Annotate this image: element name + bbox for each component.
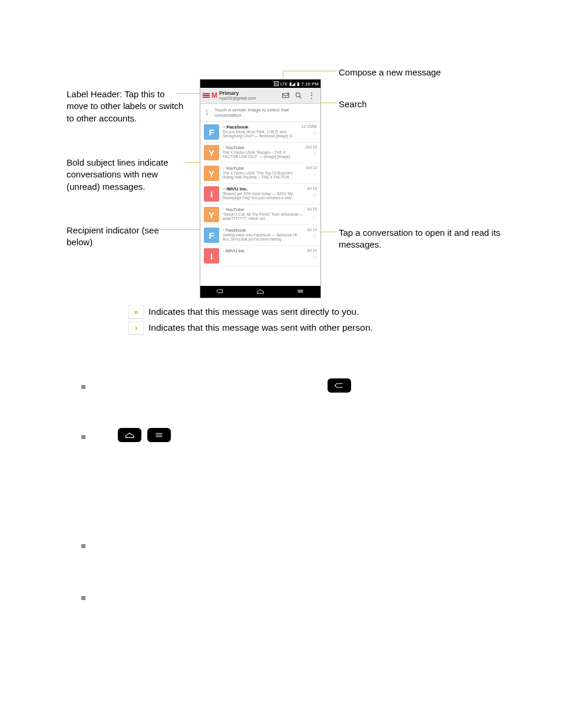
message-snippet: "Simon's Cat: All The Films!" from simon…	[223, 212, 303, 221]
message-snippet: [Bonus] get 20% more today — IMVU My Hom…	[223, 192, 303, 200]
legend-other-text: Indicates that this message was sent wit…	[148, 322, 373, 333]
swipe-down-icon: ⤵	[205, 108, 209, 117]
star-icon[interactable]: ☆	[312, 192, 317, 198]
star-icon[interactable]: ☆	[312, 130, 317, 136]
sender-avatar[interactable]: I	[204, 248, 219, 263]
annotation-recipient: Recipient indicator (see below)	[67, 225, 184, 249]
chevron-single-icon: ›	[223, 207, 224, 212]
sender-avatar[interactable]: F	[204, 228, 219, 243]
home-key-icon	[118, 428, 141, 442]
sender-avatar[interactable]: Y	[204, 145, 219, 160]
message-date: Oct 10	[306, 145, 317, 149]
recent-icon[interactable]	[295, 288, 306, 295]
system-nav-bar	[200, 286, 320, 298]
chevron-double-icon: »	[223, 124, 225, 130]
legend-other: › Indicates that this message was sent w…	[128, 321, 373, 334]
bullet-icon	[81, 596, 85, 600]
sender-avatar[interactable]: F	[204, 124, 219, 140]
star-icon[interactable]: ☆	[312, 254, 317, 260]
star-icon[interactable]: ☆	[312, 172, 317, 177]
annotation-label-header: Label Header: Tap this to move to other …	[67, 88, 184, 124]
sender-name: »Facebook	[223, 124, 298, 130]
message-snippet: Getting back onto Facebook — facebook Hi…	[223, 233, 303, 242]
sender-name: ›YouTube	[223, 166, 302, 171]
star-icon[interactable]: ☆	[312, 151, 317, 157]
list-item	[81, 386, 94, 390]
conversation-row[interactable]: Y›YouTube"Simon's Cat: All The Films!" f…	[200, 205, 320, 225]
legend-direct: » Indicates that this message was sent d…	[128, 305, 359, 318]
list-item	[81, 436, 94, 440]
chevron-single-icon: ›	[223, 145, 224, 150]
gmail-logo-icon: M	[211, 91, 217, 100]
message-date: Jul 15	[307, 207, 317, 211]
chevron-single-icon: ›	[128, 321, 144, 334]
message-date: 12:15AM	[302, 124, 317, 129]
sender-name: ›IMVU inc.	[223, 248, 303, 253]
back-icon[interactable]	[215, 288, 226, 295]
list-item	[81, 597, 94, 601]
search-icon[interactable]	[295, 91, 303, 100]
conversation-row[interactable]: F»FacebookDo you know JiEun Park, 신희진 an…	[200, 122, 320, 143]
selection-hint: ⤵ Touch a sender image to select that co…	[200, 104, 320, 122]
conversation-row[interactable]: I›IMVU inc.Jul 14☆	[200, 246, 320, 266]
bullet-icon	[81, 435, 85, 439]
account-email: nya292@gmail.com	[219, 96, 256, 100]
annotation-compose: Compose a new message	[339, 67, 441, 78]
phone-screenshot: N LTE ▮◢ ▮ 7:10 PM M Primary nya292@gmai…	[200, 80, 320, 298]
message-date: Jul 14	[307, 228, 317, 232]
signal-icon: ▮◢	[289, 81, 295, 87]
sender-avatar[interactable]: Y	[204, 166, 219, 181]
conversation-row[interactable]: I»IMVU inc.[Bonus] get 20% more today — …	[200, 184, 320, 205]
network-lte: LTE	[280, 82, 287, 86]
home-icon[interactable]	[255, 288, 266, 295]
sender-name: »IMVU inc.	[223, 186, 303, 192]
message-date: Jul 14	[307, 248, 317, 252]
message-snippet: The X Factor USA! "The Top 10 Boys Are R…	[223, 171, 302, 180]
conversation-row[interactable]: F›FacebookGetting back onto Facebook — f…	[200, 225, 320, 246]
menu-icon[interactable]	[203, 93, 210, 98]
battery-icon: ▮	[297, 81, 299, 87]
chevron-double-icon: »	[128, 305, 144, 318]
clock: 7:10 PM	[301, 81, 319, 87]
hint-text: Touch a sender image to select that conv…	[214, 107, 316, 118]
message-list: F»FacebookDo you know JiEun Park, 신희진 an…	[200, 122, 320, 266]
label-name: Primary	[219, 91, 256, 96]
sender-name: ›Facebook	[223, 228, 303, 233]
label-header[interactable]: Primary nya292@gmail.com	[219, 91, 256, 100]
chevron-single-icon: ›	[223, 166, 224, 171]
star-icon[interactable]: ☆	[312, 213, 317, 219]
bullet-icon	[81, 544, 85, 548]
message-snippet: The X Factor USA! "Recaps – THE X FACTOR…	[223, 150, 302, 159]
sender-name: ›YouTube	[223, 145, 302, 150]
nav-keys-graphic	[117, 428, 172, 442]
message-date: Oct 10	[306, 166, 317, 170]
nfc-icon: N	[274, 81, 279, 86]
conversation-row[interactable]: Y›YouTubeThe X Factor USA! "Recaps – THE…	[200, 143, 320, 163]
annotation-tap-conversation: Tap a conversation to open it and read i…	[339, 227, 504, 251]
star-icon[interactable]: ☆	[312, 233, 317, 239]
chevron-double-icon: »	[223, 186, 225, 192]
conversation-row[interactable]: Y›YouTubeThe X Factor USA! "The Top 10 B…	[200, 163, 320, 184]
back-key-icon	[328, 378, 351, 393]
compose-icon[interactable]	[282, 91, 290, 100]
annotation-search: Search	[339, 98, 367, 110]
sender-name: ›YouTube	[223, 207, 303, 212]
list-item	[81, 545, 94, 549]
svg-point-0	[296, 93, 300, 97]
inbox-header[interactable]: M Primary nya292@gmail.com ⋮	[200, 88, 320, 104]
annotation-bold-subject: Bold subject lines indicate conversation…	[67, 157, 190, 193]
message-snippet: Do you know JiEun Park, 신희진 and Seongbon…	[223, 130, 298, 139]
status-bar: N LTE ▮◢ ▮ 7:10 PM	[200, 80, 320, 88]
recent-key-icon	[147, 428, 171, 442]
sender-avatar[interactable]: I	[204, 186, 219, 202]
sender-avatar[interactable]: Y	[204, 207, 219, 222]
message-date: Jul 16	[307, 186, 317, 190]
legend-direct-text: Indicates that this message was sent dir…	[148, 307, 359, 317]
chevron-single-icon: ›	[223, 228, 224, 233]
overflow-icon[interactable]: ⋮	[308, 91, 316, 100]
back-button-graphic	[326, 378, 352, 393]
bullet-icon	[81, 385, 85, 389]
chevron-single-icon: ›	[223, 248, 224, 253]
